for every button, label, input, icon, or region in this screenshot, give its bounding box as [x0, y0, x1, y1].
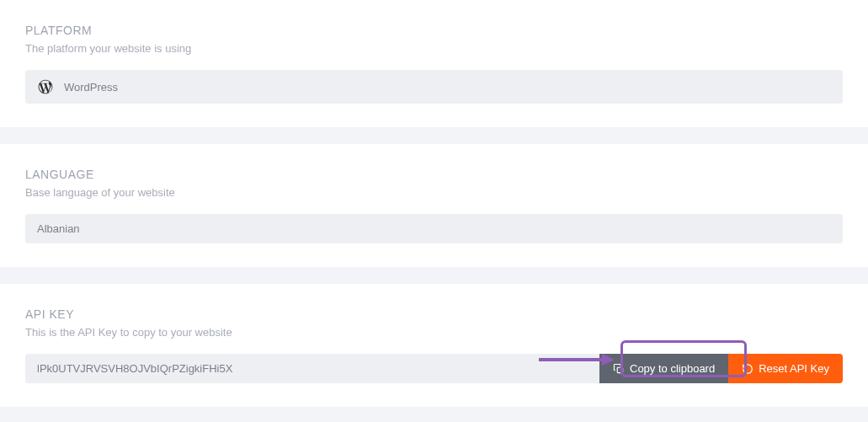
api-key-label: API KEY	[25, 307, 843, 321]
reset-icon	[742, 363, 754, 375]
language-field: Albanian	[25, 214, 843, 243]
reset-api-key-button[interactable]: Reset API Key	[728, 354, 843, 383]
platform-value: WordPress	[64, 81, 118, 93]
copy-to-clipboard-button[interactable]: Copy to clipboard	[599, 354, 728, 383]
api-key-value: lPk0UTVJRVSVH8OJVbIQrPZigkiFHi5X	[37, 362, 232, 375]
reset-button-label: Reset API Key	[759, 362, 829, 375]
svg-rect-0	[617, 367, 622, 372]
api-key-field: lPk0UTVJRVSVH8OJVbIQrPZigkiFHi5X	[25, 354, 599, 383]
language-value: Albanian	[37, 222, 80, 235]
platform-field: WordPress	[25, 70, 843, 104]
api-key-description: This is the API Key to copy to your webs…	[25, 326, 843, 339]
language-description: Base language of your website	[25, 186, 843, 199]
platform-section: PLATFORM The platform your website is us…	[0, 0, 868, 127]
platform-label: PLATFORM	[25, 24, 843, 37]
api-key-section: API KEY This is the API Key to copy to y…	[0, 284, 868, 407]
platform-description: The platform your website is using	[25, 42, 843, 55]
api-key-row: lPk0UTVJRVSVH8OJVbIQrPZigkiFHi5X Copy to…	[25, 354, 843, 383]
copy-button-label: Copy to clipboard	[630, 362, 715, 375]
wordpress-icon	[37, 78, 54, 95]
copy-icon	[613, 363, 625, 375]
language-section: LANGUAGE Base language of your website A…	[0, 144, 868, 267]
language-label: LANGUAGE	[25, 168, 843, 181]
